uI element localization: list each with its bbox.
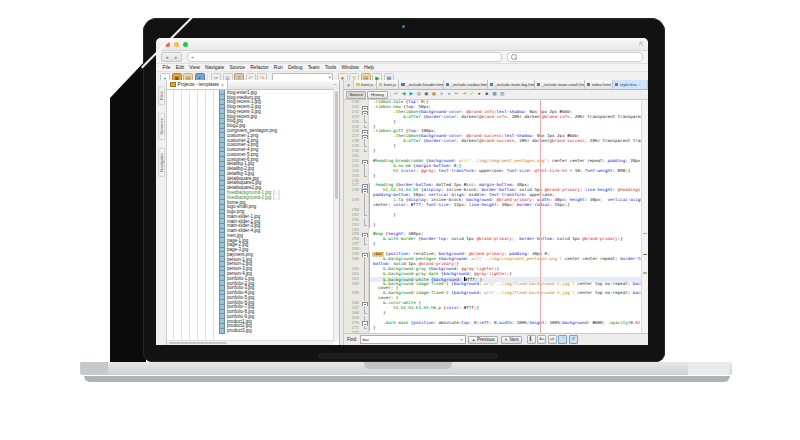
- menu-item-file[interactable]: File: [160, 65, 173, 70]
- code-editor[interactable]: 230.ribbon.sale {top: 0;}231.ribbon.new …: [344, 100, 648, 333]
- menu-item-tools[interactable]: Tools: [322, 65, 339, 70]
- chevron-down-icon[interactable]: ▾: [461, 337, 463, 342]
- file-type-icon: [587, 83, 591, 87]
- vertical-tab-files[interactable]: Files: [158, 86, 165, 105]
- find-next-button[interactable]: ▼ Next: [501, 336, 523, 344]
- search-match-highlight: .bar: [373, 252, 383, 256]
- west-dock: FilesServicesNavigator: [156, 80, 167, 345]
- code-token: : relative;: [408, 252, 438, 256]
- code-token: [373, 321, 383, 325]
- shift-right-icon[interactable]: ⇥: [461, 91, 467, 97]
- tab-projects[interactable]: Projects - templates ×: [167, 80, 228, 89]
- vertical-tab-navigator[interactable]: Navigator: [158, 148, 165, 177]
- code-token: [373, 272, 383, 276]
- menu-item-edit[interactable]: Edit: [173, 65, 187, 70]
- toggle-highlight-icon[interactable]: ▣: [431, 91, 437, 97]
- stripe-mark-occurrence[interactable]: [643, 233, 647, 235]
- editor-tab--include-team-small-html[interactable]: _include-team-small.html×: [535, 80, 585, 89]
- address-bar[interactable]: +: [187, 52, 502, 62]
- code-token: : 50px;: [413, 105, 431, 109]
- editor-tab-front-js[interactable]: front.js×: [354, 80, 377, 89]
- next-bookmark-icon[interactable]: »: [446, 91, 452, 97]
- fold-end-corner: [364, 120, 365, 123]
- uml-icon[interactable]: ▥: [499, 91, 505, 97]
- forward-icon[interactable]: ▶: [408, 91, 414, 97]
- editor-tab-style-less[interactable]: style.less×: [613, 80, 648, 89]
- nav-arrows[interactable]: ◂▸: [161, 52, 182, 62]
- macro-stop-icon[interactable]: ■: [484, 91, 490, 97]
- code-token: @brand-primary: [497, 198, 532, 202]
- minimize-window-button[interactable]: [174, 42, 179, 47]
- zoom-window-button[interactable]: [183, 42, 188, 47]
- code-token: @brand-success: [466, 134, 501, 138]
- menu-item-window[interactable]: Window: [339, 65, 362, 70]
- find-input[interactable]: bar ▾: [360, 335, 466, 344]
- new-tab-icon[interactable]: +: [191, 54, 194, 60]
- editor-tab-index-html[interactable]: index.html×: [585, 80, 613, 89]
- code-token: [373, 198, 393, 202]
- fullscreen-icon[interactable]: ⇱: [639, 41, 644, 47]
- code-token: position: [388, 252, 408, 256]
- menu-item-source[interactable]: Source: [227, 65, 248, 70]
- tab-list-icon[interactable]: ▾: [344, 80, 354, 89]
- match-case-toggle[interactable]: Aa: [537, 335, 546, 344]
- code-token: background: [439, 252, 464, 256]
- search-field[interactable]: [507, 52, 643, 62]
- file-type-icon: [379, 83, 383, 87]
- comment-icon[interactable]: ✓: [469, 91, 475, 97]
- menu-item-team[interactable]: Team: [305, 65, 322, 70]
- wrap-search-toggle[interactable]: ↺: [569, 335, 578, 344]
- code-token: : 10px;: [408, 193, 428, 197]
- menu-item-run[interactable]: Run: [271, 65, 285, 70]
- close-icon[interactable]: ×: [638, 82, 641, 87]
- vertical-tab-services[interactable]: Services: [158, 113, 165, 140]
- whole-words-toggle[interactable]: ab: [548, 335, 557, 344]
- fold-end-corner: [364, 242, 365, 245]
- stripe-mark-change[interactable]: [643, 272, 647, 274]
- editor-tab-front-js[interactable]: front.js×: [377, 80, 400, 89]
- code-token: margin-bottom: [416, 164, 449, 168]
- insert-icon[interactable]: ▦: [491, 91, 497, 97]
- code-token: &:after: [403, 139, 421, 143]
- regex-toggle[interactable]: .*: [558, 335, 567, 344]
- editor-tab--include-header-html[interactable]: _include-header.html×: [399, 80, 443, 89]
- last-edit-icon[interactable]: ↩: [393, 91, 399, 97]
- history-view-button[interactable]: History: [367, 91, 387, 99]
- macro-start-icon[interactable]: ●: [476, 91, 482, 97]
- highlight-results-toggle[interactable]: ▌: [527, 335, 536, 344]
- minimize-panel-icon[interactable]: −: [333, 81, 337, 88]
- code-token: : uppercase;: [524, 193, 554, 197]
- menu-item-debug[interactable]: Debug: [285, 65, 305, 70]
- laptop-side-edge: [110, 60, 146, 362]
- find-next-icon[interactable]: ◉: [423, 91, 429, 97]
- code-token: background: [431, 267, 456, 271]
- previous-bookmark-icon[interactable]: «: [438, 91, 444, 97]
- editor-tab--include-team-big-html[interactable]: _include-team-big.html×: [488, 80, 535, 89]
- editor-tab--include-navbar-html[interactable]: _include-navbar.html×: [444, 80, 488, 89]
- menu-item-navigate[interactable]: Navigate: [202, 65, 227, 70]
- shift-left-icon[interactable]: ⇤: [454, 91, 460, 97]
- tree-horizontal-scrollbar[interactable]: [167, 340, 334, 345]
- code-token: : middle;: [464, 193, 489, 197]
- line-number: 272: [344, 331, 361, 333]
- find-selection-icon[interactable]: ◎: [416, 91, 422, 97]
- source-view-button[interactable]: Source: [346, 91, 366, 99]
- code-token: padding: [608, 159, 626, 163]
- close-icon[interactable]: ×: [221, 82, 224, 88]
- tree-item-file[interactable]: product3.jpg: [167, 328, 339, 333]
- tab-label: _include-team-small.html: [542, 82, 585, 87]
- back-icon[interactable]: ◂: [165, 54, 168, 61]
- menu-item-view[interactable]: View: [187, 65, 203, 70]
- forward-icon[interactable]: ▸: [175, 54, 178, 61]
- find-bar: Find: bar ▾ ▲ Previous ▼ Next ▌Aaab.*↺: [344, 333, 648, 345]
- code-token: center center repeat;: [550, 159, 608, 163]
- code-token: height: [529, 321, 544, 325]
- code-token: : 800;}: [613, 169, 631, 173]
- scrollbar-thumb[interactable]: [169, 342, 227, 345]
- back-icon[interactable]: ◀: [400, 91, 406, 97]
- menu-item-refactor[interactable]: Refactor: [248, 65, 272, 70]
- stripe-mark-caret[interactable]: [643, 254, 647, 256]
- find-previous-button[interactable]: ▲ Previous: [468, 336, 498, 344]
- menu-item-help[interactable]: Help: [361, 65, 376, 70]
- error-stripe[interactable]: [641, 100, 648, 333]
